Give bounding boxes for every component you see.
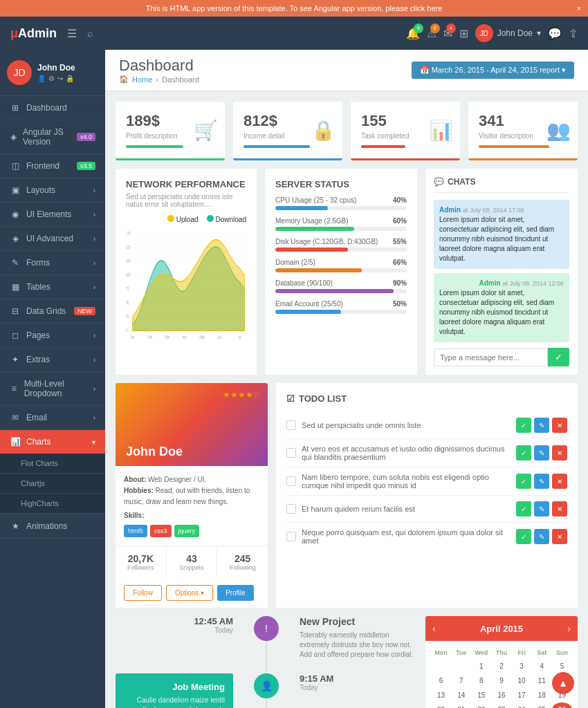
cal-day-7[interactable]: 7 bbox=[451, 673, 471, 688]
cal-day-2[interactable]: 2 bbox=[491, 659, 511, 673]
cal-day-4[interactable]: 4 bbox=[532, 659, 552, 673]
sidebar-item-extras[interactable]: ✦Extras› bbox=[0, 348, 105, 372]
breadcrumb-separator: › bbox=[156, 75, 158, 84]
calendar-prev-button[interactable]: ‹ bbox=[432, 623, 436, 634]
options-button[interactable]: Options ▾ bbox=[166, 585, 213, 601]
todo-edit-2[interactable]: ✎ bbox=[534, 445, 549, 460]
share-button[interactable]: ⇪ bbox=[569, 27, 578, 40]
profile-button[interactable]: Profile bbox=[217, 585, 253, 601]
sidebar-item-pages[interactable]: ◻Pages› bbox=[0, 324, 105, 348]
cal-day-13[interactable]: 13 bbox=[431, 688, 451, 702]
todo-check-3[interactable]: ✓ bbox=[516, 474, 531, 489]
svg-text:Jan: Jan bbox=[131, 333, 136, 339]
todo-checkbox-3[interactable] bbox=[286, 476, 296, 486]
profile-actions: Follow Options ▾ Profile bbox=[116, 578, 268, 608]
cal-day-24[interactable]: 24 bbox=[512, 702, 532, 708]
cal-day-18[interactable]: 18 bbox=[532, 688, 552, 702]
alerts-button[interactable]: ⚠6 bbox=[427, 27, 437, 40]
breadcrumb-home-link[interactable]: Home bbox=[132, 75, 152, 84]
cal-day-8[interactable]: 8 bbox=[471, 673, 491, 688]
todo-delete-4[interactable]: ✕ bbox=[552, 501, 567, 516]
chat-send-button[interactable]: ✓ bbox=[548, 348, 569, 366]
user-signout-icon[interactable]: ↪ bbox=[57, 75, 63, 82]
sidebar-item-multilevel[interactable]: ≡Multi-Level Dropdown› bbox=[0, 372, 105, 406]
close-topbar-button[interactable]: × bbox=[577, 4, 581, 12]
cal-day-15[interactable]: 15 bbox=[471, 688, 491, 702]
cal-day-3[interactable]: 3 bbox=[512, 659, 532, 673]
followers-label: Followers bbox=[119, 564, 163, 571]
sidebar-item-charts[interactable]: 📊Charts▾ Flot Charts Chartjs HighCharts bbox=[0, 430, 105, 514]
charts-arrow: ▾ bbox=[92, 438, 95, 446]
sidebar-item-chartjs[interactable]: Chartjs bbox=[0, 474, 105, 494]
cal-day-16[interactable]: 16 bbox=[491, 688, 511, 702]
sidebar-item-dashboard[interactable]: ⊞Dashboard bbox=[0, 96, 105, 120]
sidebar-item-email[interactable]: ✉Email› bbox=[0, 406, 105, 430]
sidebar-item-angular[interactable]: ◈Angular JS Versionv4.0 bbox=[0, 120, 105, 154]
todo-edit-3[interactable]: ✎ bbox=[534, 474, 549, 489]
scroll-to-top-button[interactable]: ▲ bbox=[552, 672, 574, 694]
sidebar-item-tables[interactable]: ▦Tables› bbox=[0, 275, 105, 299]
cal-day-23[interactable]: 23 bbox=[491, 702, 511, 708]
calendar-next-button[interactable]: › bbox=[567, 623, 571, 634]
sidebar-item-flot[interactable]: Flot Charts bbox=[0, 454, 105, 474]
cal-day-14[interactable]: 14 bbox=[451, 688, 471, 702]
main-layout: JD John Doe 👤 ⚙ ↪ 🔒 ⊞Dashboard ◈Angular … bbox=[0, 50, 588, 708]
chat-button[interactable]: 💬 bbox=[548, 27, 562, 40]
cal-day-25[interactable]: 25 bbox=[532, 702, 552, 708]
grid-button[interactable]: ⊞ bbox=[459, 27, 468, 40]
cal-day-20[interactable]: 20 bbox=[431, 702, 451, 708]
flot-charts-link[interactable]: Flot Charts bbox=[0, 454, 105, 473]
chat-message-2: Admin at July 08, 2014 12:06 Lorem ipsum… bbox=[434, 273, 569, 342]
cal-day-17[interactable]: 17 bbox=[512, 688, 532, 702]
user-profile-icon[interactable]: 👤 bbox=[37, 75, 46, 82]
cal-day-6[interactable]: 6 bbox=[431, 673, 451, 688]
sidebar-item-frontend[interactable]: ◫Frontendv3.5 bbox=[0, 154, 105, 178]
todo-checkbox-5[interactable] bbox=[286, 532, 296, 541]
user-settings-icon[interactable]: ⚙ bbox=[48, 75, 55, 82]
todo-checkbox-1[interactable] bbox=[286, 420, 296, 430]
profile-info: About: Web Designer / UI. Hobbies: Read,… bbox=[116, 466, 268, 546]
highcharts-link[interactable]: HighCharts bbox=[0, 494, 105, 513]
cal-day-21[interactable]: 21 bbox=[451, 702, 471, 708]
chat-input[interactable] bbox=[434, 348, 548, 366]
cal-day-1[interactable]: 1 bbox=[471, 659, 491, 673]
user-menu[interactable]: JD John Doe ▾ bbox=[475, 24, 541, 42]
sidebar-item-ui-advanced[interactable]: ◈UI Advanced› bbox=[0, 227, 105, 251]
todo-checkbox-4[interactable] bbox=[286, 504, 296, 514]
sidebar-item-layouts[interactable]: ▣Layouts› bbox=[0, 178, 105, 203]
hamburger-button[interactable]: ☰ bbox=[67, 27, 77, 40]
follow-button[interactable]: Follow bbox=[124, 585, 162, 601]
sidebar-item-ui-elements[interactable]: ◉UI Elements› bbox=[0, 203, 105, 227]
todo-edit-4[interactable]: ✎ bbox=[534, 501, 549, 516]
cal-day-22[interactable]: 22 bbox=[471, 702, 491, 708]
notifications-button[interactable]: 🔔9 bbox=[406, 27, 420, 40]
calendar-days-row1: 1 2 3 4 5 bbox=[431, 659, 572, 673]
cal-day-11[interactable]: 11 bbox=[532, 673, 552, 688]
todo-check-4[interactable]: ✓ bbox=[516, 501, 531, 516]
todo-check-1[interactable]: ✓ bbox=[516, 418, 531, 433]
date-range-button[interactable]: 📅 March 26, 2015 - April 24, 2015 report… bbox=[412, 62, 574, 79]
todo-check-2[interactable]: ✓ bbox=[516, 445, 531, 460]
chartjs-link[interactable]: Chartjs bbox=[0, 474, 105, 493]
cal-day-26-today[interactable]: 26 bbox=[552, 702, 572, 708]
sidebar-item-forms[interactable]: ✎Forms› bbox=[0, 251, 105, 275]
cal-day-10[interactable]: 10 bbox=[512, 673, 532, 688]
sidebar-item-animations[interactable]: ★Animations bbox=[0, 514, 105, 539]
search-button[interactable]: ⌕ bbox=[87, 28, 93, 39]
todo-delete-5[interactable]: ✕ bbox=[552, 529, 567, 544]
sidebar-item-highcharts[interactable]: HighCharts bbox=[0, 494, 105, 514]
todo-check-5[interactable]: ✓ bbox=[516, 529, 531, 544]
sidebar-label-frontend: Frontend bbox=[26, 161, 59, 171]
cal-day-9[interactable]: 9 bbox=[491, 673, 511, 688]
stat-income-bar bbox=[244, 145, 310, 148]
sidebar-item-datagrids[interactable]: ⊟Data GridsNEW bbox=[0, 299, 105, 324]
todo-delete-3[interactable]: ✕ bbox=[552, 474, 567, 489]
stat-tasks-bar bbox=[361, 145, 405, 148]
todo-delete-1[interactable]: ✕ bbox=[552, 418, 567, 433]
todo-checkbox-2[interactable] bbox=[286, 448, 296, 458]
messages-button[interactable]: ✉4 bbox=[443, 27, 452, 40]
todo-edit-1[interactable]: ✎ bbox=[534, 418, 549, 433]
todo-delete-2[interactable]: ✕ bbox=[552, 445, 567, 460]
todo-edit-5[interactable]: ✎ bbox=[534, 529, 549, 544]
user-lock-icon[interactable]: 🔒 bbox=[66, 75, 74, 82]
